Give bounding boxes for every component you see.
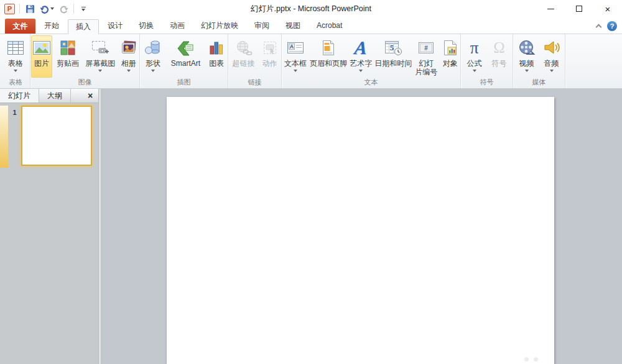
slide-1-thumbnail[interactable] [21, 106, 92, 166]
tab-file[interactable]: 文件 [5, 19, 35, 34]
symbol-icon: Ω [493, 37, 505, 59]
slide-thumbnails: 1 [0, 103, 98, 364]
wordart-icon: A [355, 37, 367, 59]
photo-album-button[interactable]: 相册 [119, 35, 139, 78]
group-label-tables[interactable]: 表格 [1, 78, 30, 88]
audio-label: 音频 [544, 59, 559, 68]
textbox-icon: A [286, 37, 305, 59]
customize-qat-dropdown[interactable] [78, 7, 88, 11]
qat-more-bar-icon [81, 7, 86, 7]
undo-dropdown-caret-icon[interactable] [50, 7, 54, 10]
tab-acrobat[interactable]: Acrobat [309, 19, 350, 34]
equation-button[interactable]: π 公式 [463, 35, 486, 78]
help-button[interactable]: ? [607, 21, 617, 31]
ribbon-group-media: 视频 音频 媒体 [513, 34, 565, 88]
tab-home[interactable]: 开始 [37, 19, 67, 34]
minimize-button[interactable] [536, 0, 565, 17]
slide-number-button[interactable]: # 幻灯 片编号 [413, 35, 439, 78]
date-time-label: 日期和时间 [374, 59, 412, 68]
powerpoint-window: P [0, 0, 622, 364]
equation-icon: π [470, 37, 479, 59]
header-footer-button[interactable]: 页眉和页脚 [310, 35, 347, 78]
close-button[interactable]: × [593, 0, 622, 17]
pane-tab-outline[interactable]: 大纲 [39, 89, 71, 102]
date-time-button[interactable]: 5 日期和时间 [374, 35, 412, 78]
selected-slide-strip [0, 106, 8, 168]
table-label: 表格 [8, 59, 23, 68]
hyperlink-label: 超链接 [233, 59, 255, 68]
picture-icon [32, 37, 51, 59]
screenshot-button[interactable]: 屏幕截图 [83, 35, 118, 78]
slide-editing-surface[interactable] [167, 97, 554, 364]
object-button[interactable]: 对象 [440, 35, 460, 78]
group-label-symbols[interactable]: 符号 [461, 78, 513, 88]
svg-text:#: # [425, 45, 429, 52]
wordart-button[interactable]: A 艺术字 [348, 35, 373, 78]
redo-button[interactable] [58, 2, 69, 15]
chart-button[interactable]: 图表 [206, 35, 227, 78]
textbox-label: 文本框 [284, 59, 307, 68]
video-button[interactable]: 视频 [515, 35, 539, 78]
smartart-icon [176, 37, 195, 59]
header-footer-label: 页眉和页脚 [310, 59, 347, 68]
maximize-button[interactable] [565, 0, 593, 17]
tab-review[interactable]: 审阅 [247, 19, 277, 34]
date-time-icon: 5 [384, 37, 402, 59]
slide-thumbnail-row[interactable]: 1 [0, 106, 98, 168]
hyperlink-icon [235, 37, 253, 59]
textbox-button[interactable]: A 文本框 [282, 35, 309, 78]
pane-tab-slides[interactable]: 幻灯片 [0, 89, 39, 102]
audio-icon [543, 37, 560, 59]
group-label-text[interactable]: 文本 [282, 78, 460, 88]
video-icon [518, 37, 536, 59]
minimize-icon [547, 9, 554, 9]
placeholder-dot-icon [534, 357, 538, 362]
photo-album-label: 相册 [121, 59, 136, 68]
object-label: 对象 [443, 59, 458, 68]
titlebar: P [0, 0, 622, 17]
audio-button[interactable]: 音频 [540, 35, 564, 78]
shapes-button[interactable]: 形状 [141, 35, 165, 78]
save-button[interactable] [24, 2, 35, 15]
picture-button[interactable]: 图片 [31, 35, 52, 78]
tab-view[interactable]: 视图 [278, 19, 308, 34]
ribbon-group-symbols: π 公式 Ω 符号 符号 [461, 34, 513, 88]
tab-design[interactable]: 设计 [100, 19, 130, 34]
dropdown-caret-icon [359, 70, 363, 72]
group-label-links[interactable]: 链接 [228, 78, 281, 88]
symbol-label: 符号 [492, 59, 507, 68]
group-label-illustrations[interactable]: 插图 [140, 78, 228, 88]
maximize-icon [576, 6, 582, 12]
group-label-media[interactable]: 媒体 [513, 78, 565, 88]
group-label-images[interactable]: 图像 [30, 78, 139, 88]
smartart-button[interactable]: SmartArt [167, 35, 205, 78]
ribbon-group-illustrations: 形状 SmartArt [140, 34, 228, 88]
pane-close-button[interactable]: × [82, 89, 98, 102]
tab-slideshow[interactable]: 幻灯片放映 [193, 19, 246, 34]
shapes-label: 形状 [146, 59, 160, 68]
dropdown-caret-icon [14, 70, 17, 72]
workspace: 幻灯片 大纲 × 1 [0, 89, 622, 364]
slide-number-label-line1: 幻灯 [419, 59, 434, 68]
dropdown-caret-icon [550, 70, 554, 72]
minimize-ribbon-icon[interactable] [596, 24, 602, 30]
video-label: 视频 [519, 59, 534, 68]
undo-button[interactable] [39, 2, 55, 15]
picture-label: 图片 [34, 59, 49, 68]
shapes-icon [144, 37, 162, 59]
tab-transitions[interactable]: 切换 [131, 19, 161, 34]
slide-number-label-line2: 片编号 [415, 68, 437, 76]
dropdown-caret-icon [473, 70, 476, 72]
chart-label: 图表 [209, 59, 224, 68]
placeholder-dot-icon [524, 357, 529, 362]
table-button[interactable]: 表格 [3, 35, 28, 78]
chart-icon [208, 37, 225, 59]
hyperlink-button: 超链接 [230, 35, 258, 78]
tab-animations[interactable]: 动画 [162, 19, 192, 34]
clipart-button[interactable]: 剪贴画 [53, 35, 82, 78]
svg-text:5: 5 [390, 43, 394, 52]
powerpoint-logo-icon[interactable]: P [4, 4, 15, 14]
tab-insert[interactable]: 插入 [68, 19, 99, 34]
ribbon-insert: 表格 表格 图片 [0, 34, 622, 89]
action-icon [262, 37, 278, 59]
